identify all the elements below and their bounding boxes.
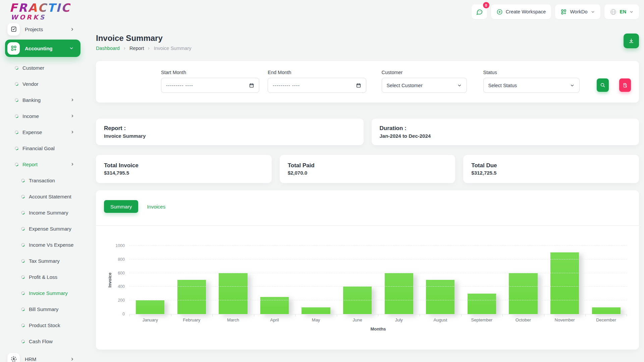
sidebar-subitem-report[interactable]: Report [0,156,87,172]
total-label: Total Paid [288,162,447,169]
sidebar-subitem-product-stock[interactable]: Product Stock [0,317,87,333]
sidebar-item-accounting[interactable]: Accounting [5,40,80,57]
chat-icon [476,8,483,15]
calendar-icon [356,83,361,88]
total-label: Total Due [471,162,631,169]
sidebar-subitem-transaction[interactable]: Transaction [0,172,87,188]
create-workspace-label: Create Workspace [506,9,546,14]
bullet-icon [14,65,19,70]
sidebar-subitem-cash-flow[interactable]: Cash Flow [0,333,87,349]
bar-slot-september [461,246,503,314]
main-content: Invoice Summary Dashboard Report Invoice… [87,25,644,362]
customer-select[interactable]: Select Customer [382,78,467,93]
gridline [129,259,627,259]
sidebar-subitem-expense[interactable]: Expense [0,124,87,140]
search-button[interactable] [597,78,608,92]
x-tick-label: April [254,317,296,322]
y-tick-label: 600 [118,271,125,276]
sidebar-subitem-account-statement[interactable]: Account Statement [0,188,87,204]
sidebar-subitem-expense-summary[interactable]: Expense Summary [0,221,87,237]
tab-summary[interactable]: Summary [104,200,138,213]
duration-label: Duration : [380,125,631,132]
bullet-icon [20,339,25,344]
total-card: Total Due $312,725.5 [463,155,639,183]
bar-slot-october [502,246,544,314]
bullet-icon [20,274,25,279]
x-tick-label: March [212,317,254,322]
sidebar-item-label: HRM [25,356,36,362]
sidebar-subitem-income-summary[interactable]: Income Summary [0,204,87,221]
bar-slot-november [544,246,586,314]
chat-button[interactable]: 0 [472,4,487,19]
breadcrumb-dashboard[interactable]: Dashboard [96,46,120,51]
bar-slot-august [420,246,461,314]
language-selector[interactable]: EN [604,4,639,19]
x-axis-title: Months [129,326,627,331]
sidebar-subitem-income[interactable]: Income [0,108,87,124]
customer-label: Customer [382,70,467,75]
bullet-icon [20,306,25,311]
bullet-icon [20,226,25,231]
end-month-input[interactable]: --------- ---- [268,78,366,93]
total-value: $2,070.0 [288,170,447,176]
reset-filter-button[interactable] [619,78,631,92]
bar-slot-june [337,246,378,314]
download-button[interactable] [624,34,639,48]
sidebar-subitem-income-vs-expense[interactable]: Income Vs Expense [0,237,87,253]
sidebar-subitem-vendor[interactable]: Vendor [0,76,87,92]
bullet-icon [14,145,19,150]
calendar-icon [249,83,254,88]
topbar: FRACTIC WORKS 0 Create Workspace [0,0,644,25]
bar-slot-july [378,246,420,314]
sidebar-subitem-banking[interactable]: Banking [0,92,87,108]
brand-logo[interactable]: FRACTIC WORKS [9,2,70,20]
bar-slot-march [212,246,254,314]
status-select[interactable]: Select Status [483,78,580,93]
report-label: Report : [104,125,356,132]
bullet-icon [14,113,19,118]
chevron-right-icon [70,130,74,134]
bar-slot-april [254,246,296,314]
gridline [129,245,627,246]
chevron-right-icon [70,162,74,166]
bullet-icon [20,194,25,199]
sidebar-subitem-customer[interactable]: Customer [0,60,87,76]
x-tick-label: June [337,317,378,322]
sidebar-item-hrm[interactable]: HRM [0,351,87,362]
chevron-right-icon [70,114,74,118]
globe-icon [610,8,617,15]
start-month-input[interactable]: --------- ---- [161,78,259,93]
end-month-label: End Month [268,70,366,75]
bar-december [592,307,621,314]
sidebar-subitem-profit-loss[interactable]: Profit & Loss [0,269,87,285]
x-tick-label: August [420,317,461,322]
report-value: Invoice Summary [104,133,356,139]
sidebar-subitem-financial-goal[interactable]: Financial Goal [0,140,87,156]
chevron-down-icon [570,83,575,88]
bars [129,246,627,314]
duration-info-card: Duration : Jan-2024 to Dec-2024 [372,119,639,145]
x-tick-label: October [502,317,544,322]
x-tick-label: November [544,317,586,322]
sidebar-subitem-invoice-summary[interactable]: Invoice Summary [0,285,87,301]
filter-card: Start Month --------- ---- End Month ---… [96,61,639,103]
workdo-menu-button[interactable]: WorkDo [555,4,600,19]
workdo-grid-icon [560,9,567,15]
duration-value: Jan-2024 to Dec-2024 [380,133,631,139]
breadcrumb-report[interactable]: Report [129,46,144,51]
chevron-down-icon [629,10,634,14]
page-title: Invoice Summary [96,34,191,43]
y-tick-label: 800 [118,257,125,262]
bullet-icon [20,322,25,327]
x-tick-label: February [171,317,213,322]
create-workspace-button[interactable]: Create Workspace [491,4,551,19]
report-submenu: Transaction Account Statement Income Sum… [0,172,87,349]
brand-line1: FRACTIC [9,2,70,13]
bullet-icon [14,162,19,167]
sidebar-subitem-tax-summary[interactable]: Tax Summary [0,253,87,269]
tab-invoices[interactable]: Invoices [145,200,167,213]
sidebar-subitem-bill-summary[interactable]: Bill Summary [0,301,87,317]
divider [96,225,639,226]
x-tick-label: January [129,317,171,322]
chevron-right-icon [147,47,151,50]
